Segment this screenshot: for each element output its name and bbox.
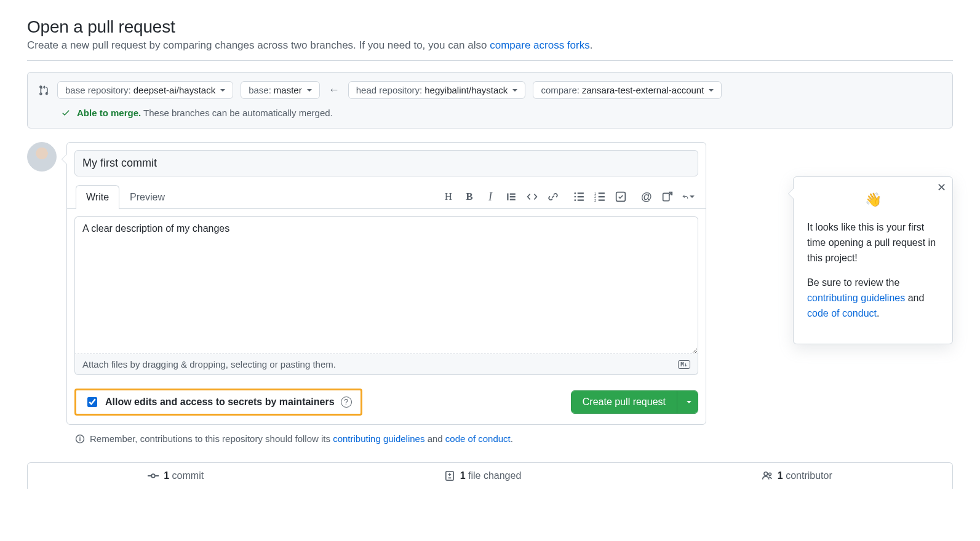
compare-box: base repository: deepset-ai/haystack bas…: [27, 72, 953, 128]
mention-icon[interactable]: @: [640, 191, 653, 203]
compare-across-forks-link[interactable]: compare across forks: [490, 39, 590, 51]
markdown-supported-icon[interactable]: M↓: [678, 360, 690, 369]
caret-down-icon: [512, 89, 517, 92]
cross-reference-icon[interactable]: [661, 191, 674, 203]
pr-stats-bar: 1 commit 1 file changed 1 contributor: [27, 462, 953, 489]
pr-title-input[interactable]: My first commit: [74, 150, 698, 176]
svg-point-1: [574, 196, 576, 198]
reminder-guidelines-link[interactable]: contributing guidelines: [333, 433, 424, 444]
stat-files[interactable]: 1 file changed: [444, 470, 522, 481]
close-icon[interactable]: ✕: [937, 182, 946, 193]
caret-down-icon: [220, 89, 225, 92]
compare-branch-selector[interactable]: compare: zansara-test-external-account: [533, 81, 722, 99]
svg-rect-7: [663, 193, 669, 200]
caret-down-icon: [687, 401, 691, 403]
reminder-line: Remember, contributions to this reposito…: [75, 433, 953, 444]
svg-point-0: [574, 192, 576, 194]
svg-point-12: [768, 473, 771, 475]
link-icon[interactable]: [547, 191, 559, 203]
pr-body-textarea[interactable]: [74, 216, 698, 354]
stat-commits[interactable]: 1 commit: [148, 470, 204, 481]
file-diff-icon: [444, 470, 455, 481]
markdown-toolbar: H B I 123 @: [442, 191, 698, 203]
create-pr-button[interactable]: Create pull request: [572, 391, 677, 413]
user-avatar[interactable]: [27, 142, 57, 172]
arrow-left-icon: ←: [327, 84, 341, 97]
unordered-list-icon[interactable]: [573, 191, 585, 203]
merge-status: Able to merge. These branches can be aut…: [39, 108, 941, 118]
help-icon[interactable]: ?: [341, 397, 352, 408]
pr-composer: My first commit Write Preview H B I: [66, 142, 706, 425]
allow-edits-label: Allow edits and access to secrets by mai…: [105, 397, 335, 408]
code-icon[interactable]: [526, 191, 538, 203]
italic-icon[interactable]: I: [484, 191, 496, 203]
wave-icon: 👋: [807, 189, 939, 210]
reminder-coc-link[interactable]: code of conduct: [445, 433, 511, 444]
head-repo-selector[interactable]: head repository: hegyibalint/haystack: [348, 81, 526, 99]
page-title: Open a pull request: [27, 17, 953, 37]
create-pr-dropdown[interactable]: [677, 391, 698, 413]
caret-down-icon: [307, 89, 312, 92]
attach-area[interactable]: Attach files by dragging & dropping, sel…: [74, 354, 698, 375]
allow-edits-checkbox[interactable]: [87, 397, 97, 407]
svg-point-11: [764, 472, 768, 476]
caret-down-icon: [709, 89, 714, 92]
allow-edits-row: Allow edits and access to secrets by mai…: [74, 389, 362, 416]
create-pr-button-group: Create pull request: [571, 390, 698, 414]
tab-preview[interactable]: Preview: [119, 185, 175, 209]
quote-icon[interactable]: [505, 191, 517, 203]
people-icon: [762, 470, 773, 481]
svg-point-2: [574, 199, 576, 201]
svg-point-9: [151, 474, 155, 478]
popover-guidelines-link[interactable]: contributing guidelines: [807, 293, 905, 303]
base-repo-selector[interactable]: base repository: deepset-ai/haystack: [57, 81, 233, 99]
ordered-list-icon[interactable]: 123: [594, 191, 606, 203]
first-time-popover: ✕ 👋 It looks like this is your first tim…: [793, 176, 953, 344]
commit-icon: [148, 470, 159, 481]
svg-text:3: 3: [594, 199, 596, 202]
base-branch-selector[interactable]: base: master: [241, 81, 320, 99]
heading-icon[interactable]: H: [442, 191, 455, 203]
tab-write[interactable]: Write: [76, 185, 119, 209]
git-compare-icon: [39, 85, 50, 96]
info-icon: [75, 434, 85, 444]
check-icon: [61, 108, 71, 118]
bold-icon[interactable]: B: [463, 191, 476, 203]
stat-contributors[interactable]: 1 contributor: [762, 470, 832, 481]
tasklist-icon[interactable]: [615, 191, 627, 203]
reply-icon[interactable]: [682, 191, 695, 203]
page-subtitle: Create a new pull request by comparing c…: [27, 39, 953, 52]
popover-coc-link[interactable]: code of conduct: [807, 308, 877, 318]
